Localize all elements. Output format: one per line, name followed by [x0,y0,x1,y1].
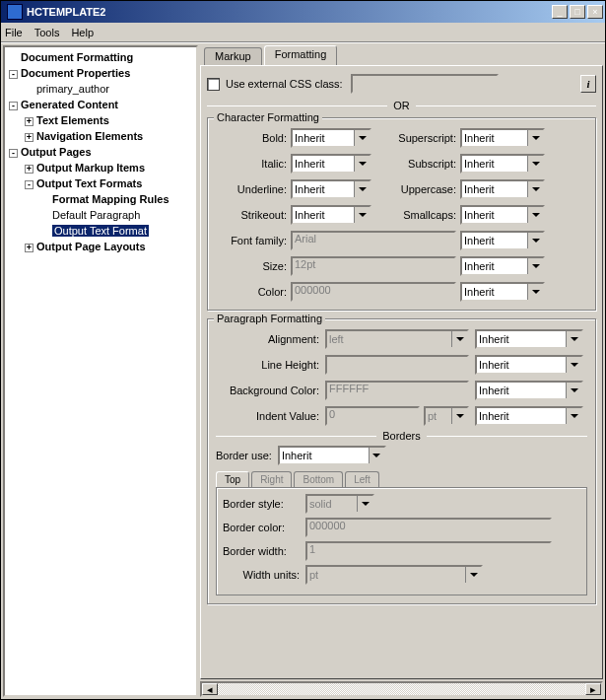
tab-body: Use external CSS class: i OR Character F… [200,65,603,679]
tree-item[interactable]: +Navigation Elements [5,128,196,144]
expand-icon[interactable]: + [25,165,34,174]
tab-markup[interactable]: Markup [204,47,262,65]
border-tab-top[interactable]: Top [216,471,249,487]
chevron-down-icon [451,408,467,424]
strikeout-select[interactable]: Inherit [291,205,371,225]
menu-help[interactable]: Help [71,27,94,38]
border-side-tabs: Top Right Bottom Left [216,471,587,487]
tree-item-label: Text Elements [36,114,109,126]
character-formatting-legend: Character Formatting [214,111,322,123]
character-formatting-group: Character Formatting Bold: Inherit Super… [207,117,596,311]
collapse-icon[interactable]: - [9,102,18,110]
use-external-css-checkbox[interactable] [207,78,220,91]
alignment-select: left [325,329,469,349]
tab-formatting[interactable]: Formatting [264,45,338,65]
background-color-input: FFFFFF [325,381,469,400]
chevron-down-icon [527,284,543,300]
tree-item[interactable]: Output Text Format [5,223,196,239]
tree-item[interactable]: -Generated Content [5,97,196,112]
scroll-right-button[interactable]: ▸ [585,683,601,695]
subscript-select[interactable]: Inherit [460,154,545,174]
tree-item-label: Output Page Layouts [36,241,146,252]
indent-inherit-select[interactable]: Inherit [475,406,583,426]
indent-value-input: 0 [325,406,420,426]
menu-file[interactable]: File [5,27,23,38]
font-family-inherit-select[interactable]: Inherit [460,231,545,250]
maximize-button[interactable]: □ [570,5,585,19]
chevron-down-icon [527,130,543,146]
menu-tools[interactable]: Tools [34,27,60,38]
tree-item[interactable]: primary_author [5,81,196,97]
border-width-input: 1 [305,541,552,561]
width-units-select: pt [305,565,483,585]
tree-item[interactable]: +Text Elements [5,112,196,128]
or-label: OR [387,100,416,111]
chevron-down-icon [566,408,581,424]
font-family-input: Arial [291,231,456,250]
alignment-inherit-select[interactable]: Inherit [475,329,583,349]
superscript-select[interactable]: Inherit [460,128,545,148]
size-input: 12pt [291,256,456,276]
paragraph-formatting-legend: Paragraph Formatting [214,313,325,324]
borders-label: Borders [376,430,427,442]
chevron-down-icon [527,258,543,274]
tree-item-label: Output Text Format [52,225,149,237]
close-button[interactable]: × [587,5,603,19]
line-height-input [325,355,469,375]
border-tab-left[interactable]: Left [345,471,379,487]
underline-select[interactable]: Inherit [291,179,371,199]
chevron-down-icon [566,331,581,347]
expand-icon[interactable]: + [25,117,34,126]
tree-item-label: Default Paragraph [52,209,140,221]
tree-item-label: Format Mapping Rules [52,193,169,205]
chevron-down-icon [354,207,370,223]
smallcaps-select[interactable]: Inherit [460,205,545,225]
background-color-inherit-select[interactable]: Inherit [475,381,583,400]
scroll-left-button[interactable]: ◂ [202,683,218,695]
border-tab-bottom[interactable]: Bottom [294,471,343,487]
paragraph-formatting-group: Paragraph Formatting Alignment: left Inh… [207,318,596,604]
bold-select[interactable]: Inherit [291,128,371,148]
chevron-down-icon [527,156,543,172]
expand-icon[interactable]: + [25,244,34,252]
app-icon [7,4,23,20]
size-inherit-select[interactable]: Inherit [460,256,545,276]
minimize-button[interactable]: _ [552,5,568,19]
chevron-down-icon [354,130,370,146]
color-inherit-select[interactable]: Inherit [460,282,545,302]
navigation-tree[interactable]: Document Formatting-Document Propertiesp… [3,45,198,697]
info-button[interactable]: i [580,75,596,93]
tree-item-label: Generated Content [21,99,118,110]
chevron-down-icon [357,496,372,512]
tree-item[interactable]: Document Formatting [5,49,196,65]
collapse-icon[interactable]: - [9,149,18,158]
collapse-icon[interactable]: - [9,70,18,79]
tree-item[interactable]: -Document Properties [5,65,196,81]
chevron-down-icon [369,448,384,463]
indent-unit-select: pt [424,406,469,426]
titlebar: HCTEMPLATE2 _ □ × [1,1,605,23]
border-panel: Border style: solid Border color: 000000… [216,487,587,595]
chevron-down-icon [451,331,467,347]
uppercase-select[interactable]: Inherit [460,179,545,199]
tree-item[interactable]: -Output Text Formats [5,175,196,191]
tree-item[interactable]: Default Paragraph [5,207,196,223]
chevron-down-icon [527,181,543,197]
horizontal-scrollbar[interactable]: ◂ ▸ [200,681,603,697]
tree-item-label: Output Markup Items [36,162,145,174]
border-use-select[interactable]: Inherit [278,446,386,465]
expand-icon[interactable]: + [25,133,34,142]
tree-item[interactable]: Format Mapping Rules [5,191,196,207]
border-color-input: 000000 [305,518,552,537]
tree-item-label: Output Pages [21,146,92,158]
tree-item-label: Navigation Elements [36,130,143,142]
border-style-select: solid [305,494,374,514]
tree-item[interactable]: +Output Page Layouts [5,239,196,254]
menubar: File Tools Help [1,23,605,42]
italic-select[interactable]: Inherit [291,154,371,174]
tree-item[interactable]: +Output Markup Items [5,160,196,175]
tree-item[interactable]: -Output Pages [5,144,196,160]
collapse-icon[interactable]: - [25,180,34,189]
line-height-inherit-select[interactable]: Inherit [475,355,583,375]
border-tab-right[interactable]: Right [251,471,292,487]
